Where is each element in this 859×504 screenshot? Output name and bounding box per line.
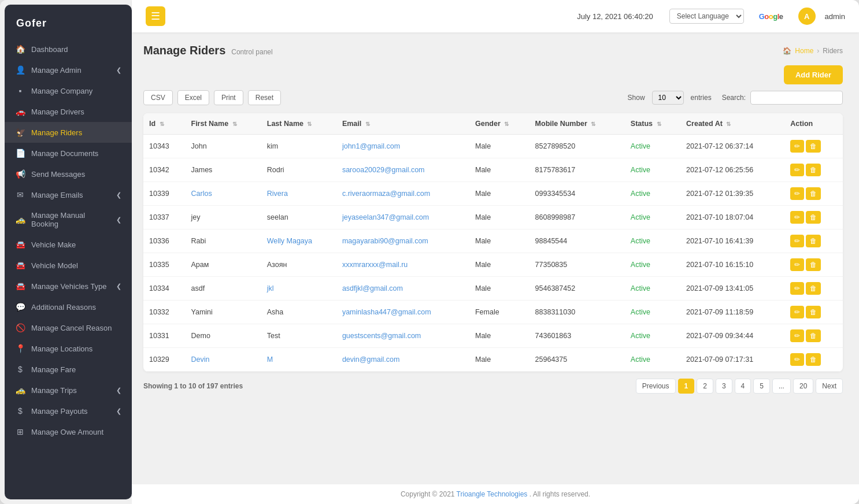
sidebar-item-manage-admin[interactable]: 👤 Manage Admin ❮ [5, 60, 132, 80]
cell-email: sarooa20029@gmail.com [336, 158, 469, 182]
main-content: ☰ July 12, 2021 06:40:20 Select Language… [132, 0, 859, 504]
delete-button[interactable]: 🗑 [806, 258, 821, 271]
delete-button[interactable]: 🗑 [806, 282, 821, 295]
reset-button[interactable]: Reset [248, 90, 281, 105]
sidebar-item-additional-reasons[interactable]: 💬 Additional Reasons [5, 297, 132, 317]
col-created-at[interactable]: Created At ⇅ [680, 113, 784, 135]
showing-suffix: of 197 entries [198, 382, 243, 390]
sidebar-label-send-messages: Send Messages [31, 170, 121, 179]
sidebar-label-additional-reasons: Additional Reasons [31, 303, 121, 312]
sidebar-item-manage-manual-booking[interactable]: 🚕 Manage Manual Booking ❮ [5, 205, 132, 234]
col-id[interactable]: Id ⇅ [143, 113, 186, 135]
sidebar-item-manage-payouts[interactable]: $ Manage Payouts ❮ [5, 401, 132, 421]
cell-created-at: 2021-07-10 16:15:10 [680, 253, 784, 277]
sidebar-item-manage-company[interactable]: ▪ Manage Company [5, 80, 132, 101]
pagination-page-2[interactable]: 2 [697, 379, 713, 394]
pagination-page-...[interactable]: ... [772, 379, 791, 394]
excel-button[interactable]: Excel [177, 90, 209, 105]
col-action[interactable]: Action [784, 113, 843, 135]
username-display: admin [825, 12, 845, 21]
cell-status: Active [625, 301, 680, 324]
pagination-prev[interactable]: Previous [636, 379, 676, 394]
sidebar-item-manage-cancel-reason[interactable]: 🚫 Manage Cancel Reason [5, 317, 132, 338]
delete-button[interactable]: 🗑 [806, 164, 821, 176]
add-rider-button[interactable]: Add Rider [784, 65, 843, 84]
footer-company-link[interactable]: Trioangle Technologies [457, 490, 528, 498]
google-logo: Google [759, 12, 783, 21]
edit-button[interactable]: ✏ [790, 164, 804, 176]
sidebar-item-manage-drivers[interactable]: 🚗 Manage Drivers [5, 101, 132, 122]
pagination-page-20[interactable]: 20 [793, 379, 813, 394]
csv-button[interactable]: CSV [143, 90, 173, 105]
edit-button[interactable]: ✏ [790, 306, 804, 318]
edit-button[interactable]: ✏ [790, 329, 804, 342]
cell-id: 10334 [143, 277, 186, 301]
sidebar-item-vehicle-make[interactable]: 🚘 Vehicle Make [5, 234, 132, 255]
delete-button[interactable]: 🗑 [806, 306, 821, 318]
edit-button[interactable]: ✏ [790, 187, 804, 200]
print-button[interactable]: Print [214, 90, 243, 105]
table-row: 10339CarlosRiverac.riveraormaza@gmail.co… [143, 182, 843, 206]
sidebar-item-vehicle-model[interactable]: 🚘 Vehicle Model [5, 255, 132, 276]
sidebar-item-manage-fare[interactable]: $ Manage Fare [5, 359, 132, 380]
entries-select[interactable]: 10 25 50 100 [652, 91, 684, 105]
menu-toggle-button[interactable]: ☰ [146, 6, 165, 26]
sidebar-item-manage-emails[interactable]: ✉ Manage Emails ❮ [5, 184, 132, 205]
sidebar-item-manage-riders[interactable]: 🦅 Manage Riders [5, 122, 132, 143]
delete-button[interactable]: 🗑 [806, 329, 821, 342]
sidebar-label-manage-locations: Manage Locations [31, 344, 121, 353]
col-email[interactable]: Email ⇅ [336, 113, 469, 135]
pagination-page-5[interactable]: 5 [753, 379, 770, 394]
col-last-name[interactable]: Last Name ⇅ [261, 113, 336, 135]
pagination-next[interactable]: Next [816, 379, 843, 394]
sidebar-item-manage-vehicles-type[interactable]: 🚘 Manage Vehicles Type ❮ [5, 276, 132, 297]
cell-first-name: Demo [186, 324, 261, 348]
edit-button[interactable]: ✏ [790, 258, 804, 271]
sidebar-icon-manage-manual-booking: 🚕 [15, 215, 25, 224]
sidebar-item-manage-locations[interactable]: 📍 Manage Locations [5, 338, 132, 359]
cell-last-name: M [261, 348, 336, 372]
delete-button[interactable]: 🗑 [806, 211, 821, 224]
sidebar-item-send-messages[interactable]: 📢 Send Messages [5, 164, 132, 184]
delete-button[interactable]: 🗑 [806, 140, 821, 153]
cell-last-name: Rivera [261, 182, 336, 206]
sidebar-icon-vehicle-model: 🚘 [15, 261, 25, 270]
sidebar-item-manage-owe-amount[interactable]: ⊞ Manage Owe Amount [5, 421, 132, 442]
edit-button[interactable]: ✏ [790, 353, 804, 366]
col-first-name[interactable]: First Name ⇅ [186, 113, 261, 135]
sidebar-item-dashboard[interactable]: 🏠 Dashboard [5, 39, 132, 60]
cell-last-name: jkl [261, 277, 336, 301]
delete-button[interactable]: 🗑 [806, 353, 821, 366]
pagination-page-1[interactable]: 1 [678, 379, 695, 394]
cell-id: 10336 [143, 229, 186, 253]
sidebar-label-manage-manual-booking: Manage Manual Booking [31, 211, 110, 228]
sidebar-icon-manage-owe-amount: ⊞ [15, 427, 25, 436]
status-badge: Active [631, 166, 650, 174]
language-selector[interactable]: Select Language [669, 9, 744, 24]
sidebar-arrow-manage-admin: ❮ [116, 66, 121, 74]
breadcrumb-home-link[interactable]: Home [795, 47, 813, 55]
sidebar-icon-send-messages: 📢 [15, 169, 25, 179]
edit-button[interactable]: ✏ [790, 211, 804, 224]
edit-button[interactable]: ✏ [790, 140, 804, 153]
edit-button[interactable]: ✏ [790, 282, 804, 295]
sidebar-label-dashboard: Dashboard [31, 45, 121, 54]
sidebar-item-manage-trips[interactable]: 🚕 Manage Trips ❮ [5, 380, 132, 401]
showing-text: Showing 1 to 10 of 197 entries [143, 382, 243, 390]
edit-button[interactable]: ✏ [790, 235, 804, 247]
cell-gender: Male [469, 206, 530, 229]
sidebar-item-manage-documents[interactable]: 📄 Manage Documents [5, 143, 132, 164]
delete-button[interactable]: 🗑 [806, 235, 821, 247]
search-input[interactable] [750, 91, 843, 105]
col-mobile-number[interactable]: Mobile Number ⇅ [530, 113, 625, 135]
sidebar-label-manage-vehicles-type: Manage Vehicles Type [31, 282, 110, 291]
delete-button[interactable]: 🗑 [806, 187, 821, 200]
col-status[interactable]: Status ⇅ [625, 113, 680, 135]
sidebar-icon-additional-reasons: 💬 [15, 302, 25, 312]
pagination-page-4[interactable]: 4 [735, 379, 751, 394]
footer-text: Copyright © 2021 [401, 490, 455, 498]
cell-status: Active [625, 324, 680, 348]
pagination-page-3[interactable]: 3 [716, 379, 732, 394]
entries-text: entries [691, 94, 712, 102]
col-gender[interactable]: Gender ⇅ [469, 113, 530, 135]
